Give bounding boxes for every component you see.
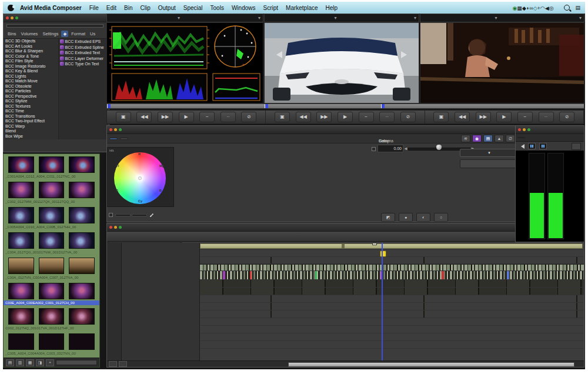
effect-category-item[interactable]: BCC Textures [4, 104, 58, 109]
eye-icon[interactable]: ◎ [549, 5, 554, 11]
hue-value[interactable] [115, 214, 131, 216]
audio-tool-tab[interactable] [517, 137, 525, 138]
script-view-icon[interactable]: ◨ [36, 359, 44, 366]
clip-name[interactable]: _C00A_0127VN_C00A004_C007_0127NA_00 [4, 275, 99, 280]
brief-view-icon[interactable]: ▤ [6, 359, 14, 366]
v5-clip[interactable] [200, 243, 583, 249]
project-tab[interactable]: Volumes [19, 31, 40, 37]
minimize-window-button[interactable] [114, 226, 117, 229]
mark-out-button[interactable]: ·· [379, 112, 395, 122]
speaker-icon[interactable] [519, 144, 524, 149]
rewind-button[interactable]: ◀◀ [296, 112, 311, 122]
effect-category-item[interactable]: BCC Stylize [4, 99, 58, 104]
zoom-window-button[interactable] [119, 128, 122, 131]
current-monitor-image[interactable] [264, 22, 419, 103]
effect-category-item[interactable]: BCC Color & Tone [4, 54, 58, 59]
clip-thumbnail[interactable] [69, 232, 95, 249]
effect-category-item[interactable]: BCC Perspective [4, 94, 58, 99]
stop-button[interactable]: ▣ [116, 112, 131, 122]
triangle-icon[interactable]: ▲ [495, 135, 504, 142]
clip-thumbnail[interactable] [69, 308, 95, 325]
mark-in-button[interactable]: − [199, 112, 215, 122]
clip-name[interactable]: _C001A004_C012_A004_C011_0127NC_00 [4, 174, 99, 179]
mark-out-button[interactable]: ·· [539, 112, 554, 122]
track-a5-content[interactable] [200, 310, 584, 318]
chevron-down-icon[interactable]: ▾ [414, 15, 419, 21]
close-window-button[interactable] [6, 16, 9, 19]
track-v5-content[interactable] [200, 243, 584, 250]
chevron-down-icon[interactable]: ▾ [579, 15, 584, 21]
fast-forward-button[interactable]: ▶▶ [476, 112, 491, 122]
effect-category-item[interactable]: Box Wipe [4, 134, 58, 139]
mark-clip-button[interactable]: ⊘ [400, 112, 416, 122]
zoom-window-button[interactable] [15, 16, 18, 19]
menu-item[interactable]: Tools [211, 5, 224, 11]
new-bin-icon[interactable]: + [46, 359, 54, 366]
reset-icon[interactable]: ∅ [506, 135, 515, 142]
track-v3-content[interactable] [200, 257, 584, 264]
track-a1-content[interactable] [200, 280, 584, 288]
project-tab[interactable]: Bins [6, 31, 18, 37]
position-indicator[interactable] [265, 104, 268, 108]
track-a8-content[interactable] [200, 333, 584, 341]
project-tab[interactable]: Us [88, 31, 97, 37]
effect-item[interactable]: BCC Extruded Text [59, 50, 109, 56]
enable-checkbox[interactable] [109, 213, 113, 217]
mark-clip-button[interactable]: ⊘ [241, 112, 256, 122]
timeline-track-area[interactable] [200, 243, 584, 360]
play-button[interactable]: ▶ [496, 112, 512, 122]
zoom-window-button[interactable] [527, 128, 530, 131]
menu-item[interactable]: Output [158, 5, 176, 11]
track-a9-content[interactable] [200, 341, 584, 349]
clip-name[interactable]: _C004_0127QG_001017NW_001D127VA_00 [4, 250, 99, 255]
close-window-button[interactable] [109, 226, 112, 229]
effect-category-item[interactable]: BCC Warp [4, 124, 58, 129]
rewind-button[interactable]: ◀◀ [136, 112, 152, 122]
track-a2-content[interactable] [200, 288, 584, 295]
effect-category-item[interactable]: BCC Film Style [4, 59, 58, 64]
clip-thumbnail[interactable] [69, 258, 95, 274]
effect-category-item[interactable]: BCC Two-Input Effect [4, 119, 58, 124]
clip-thumbnail[interactable] [39, 283, 65, 299]
position-indicator[interactable] [107, 104, 111, 108]
clip-thumbnail[interactable] [39, 182, 65, 198]
menu-item[interactable]: Edit [106, 5, 116, 11]
wifi-icon[interactable]: ◠ [540, 5, 545, 11]
clip-thumbnail[interactable] [8, 182, 34, 198]
project-tab[interactable]: Format [69, 31, 87, 37]
timeline-scrollbar[interactable] [288, 362, 574, 367]
effect-category-item[interactable]: BCC Lights [4, 74, 58, 79]
frame-view-icon[interactable]: ▦ [26, 359, 34, 366]
flag-icon[interactable]: ◆ [522, 5, 526, 11]
clip-name[interactable]: C002_0127HQ_001017VA_001D127HF_00 [4, 326, 99, 330]
black-point-icon[interactable]: ● [399, 213, 413, 222]
chevron-down-icon[interactable]: ▾ [178, 15, 182, 21]
clip-thumbnail[interactable] [39, 308, 65, 325]
close-window-button[interactable] [518, 128, 521, 131]
clip-thumbnail[interactable] [39, 156, 65, 173]
fast-forward-button[interactable]: ▶▶ [158, 112, 173, 122]
minimize-window-button[interactable] [11, 16, 14, 19]
menu-item[interactable]: Script [263, 5, 278, 11]
menu-item[interactable]: Windows [232, 5, 256, 11]
apple-menu-icon[interactable] [8, 5, 14, 11]
position-bar[interactable] [106, 103, 584, 109]
clip-thumbnail[interactable] [8, 207, 34, 223]
enable-checkbox[interactable] [372, 147, 376, 151]
chevron-down-icon[interactable]: ▾ [258, 15, 263, 21]
track-a3-content[interactable] [200, 295, 584, 303]
effect-category-item[interactable]: BCC Particles [4, 89, 58, 94]
previous-monitor-image[interactable] [420, 22, 584, 103]
project-selector[interactable] [6, 24, 103, 28]
menu-item[interactable]: Marketplace [286, 5, 318, 11]
fast-forward-button[interactable]: ▶▶ [316, 112, 332, 122]
effect-item[interactable]: BCC Extruded EPS [59, 39, 109, 45]
effect-category-item[interactable]: BCC Art Looks [4, 44, 58, 49]
play-button[interactable]: ▶ [179, 112, 194, 122]
eyedropper-icon[interactable] [149, 212, 154, 218]
hue-wheel[interactable] [114, 152, 166, 204]
play-button[interactable]: ▶ [338, 112, 353, 122]
scroll-left-button[interactable] [109, 361, 117, 367]
close-window-button[interactable] [109, 128, 112, 131]
menu-item[interactable]: Help [326, 5, 338, 11]
